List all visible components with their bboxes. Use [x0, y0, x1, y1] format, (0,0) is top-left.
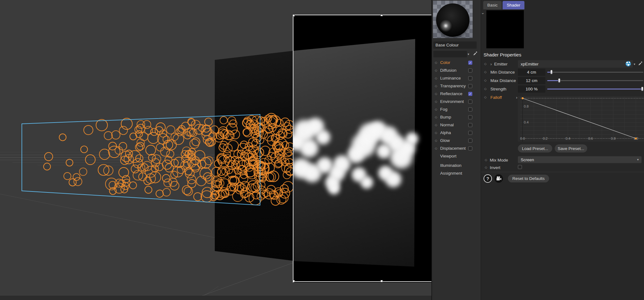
channel-checkbox[interactable]: ✓ — [468, 60, 472, 65]
channel-row-illumination[interactable]: Illumination — [432, 162, 481, 169]
render-region-handle-mid-left[interactable] — [293, 148, 294, 150]
curve-control-point[interactable] — [522, 97, 524, 99]
expand-arrow-icon[interactable]: › — [516, 95, 517, 100]
reset-to-defaults-button[interactable]: Reset to Defaults — [508, 175, 549, 182]
diamond-icon: ◇ — [484, 87, 487, 90]
emitter-link-value: xpEmitter — [521, 62, 538, 66]
collapse-chevron-icon[interactable]: › — [481, 13, 485, 14]
channel-checkbox[interactable] — [468, 84, 472, 88]
render-region-border-top[interactable] — [293, 15, 431, 15]
curve-control-point[interactable] — [635, 138, 637, 139]
viewport-3d[interactable] — [0, 0, 431, 300]
render-region-handle-top-mid[interactable] — [381, 15, 383, 16]
channel-checkbox[interactable] — [468, 115, 472, 119]
strength-slider-knob[interactable] — [641, 87, 643, 91]
mix-mode-value: Screen — [521, 157, 534, 162]
diamond-icon: ◇ — [435, 84, 440, 88]
channel-checkbox[interactable] — [468, 107, 472, 111]
channel-row-displacement[interactable]: ◇Displacement — [432, 144, 481, 152]
channel-row-environment[interactable]: ◇Environment — [432, 98, 481, 105]
channel-row-fog[interactable]: ◇Fog — [432, 105, 481, 113]
min-distance-value: 4 cm — [527, 70, 536, 75]
diamond-icon: ◇ — [435, 100, 440, 103]
material-preview-sphere — [436, 3, 469, 37]
diamond-icon: ◇ — [435, 61, 440, 64]
svg-text:0.8: 0.8 — [611, 137, 616, 140]
channel-row-alpha[interactable]: ◇Alpha — [432, 129, 481, 137]
svg-text:0.2: 0.2 — [543, 137, 548, 140]
attribute-manager-panel: Basic Shader › Shader Properties ◇ › Emi… — [481, 0, 644, 300]
channel-row-glow[interactable]: ◇Glow — [432, 137, 481, 144]
render-region-border-bottom[interactable] — [293, 281, 431, 282]
emitter-row-label: Emitter — [494, 62, 508, 66]
emitter-link-field[interactable]: xpEmitter — [518, 60, 633, 68]
channel-label: Alpha — [440, 130, 451, 135]
channel-row-assignment[interactable]: Assignment — [432, 169, 481, 177]
channel-checkbox[interactable] — [468, 68, 472, 72]
channel-label: Transparency — [440, 84, 466, 88]
min-distance-slider[interactable] — [547, 70, 643, 74]
eyedropper-icon[interactable] — [638, 61, 643, 66]
channel-row-bump[interactable]: ◇Bump — [432, 113, 481, 121]
shader-preview-swatch[interactable] — [486, 10, 524, 48]
material-name-field[interactable]: Base Colour — [433, 41, 477, 49]
max-distance-label: Max Distance — [490, 78, 516, 83]
channel-checkbox[interactable] — [468, 131, 472, 135]
max-distance-value-field[interactable]: 12 cm — [518, 77, 545, 84]
svg-text:0.6: 0.6 — [588, 137, 593, 140]
falloff-label: Falloff — [490, 95, 502, 100]
channel-row-viewport[interactable]: Viewport — [432, 152, 481, 160]
channel-row-color[interactable]: ◇Color✓ — [432, 59, 481, 66]
invert-checkbox[interactable] — [518, 165, 522, 169]
min-distance-value-field[interactable]: 4 cm — [518, 69, 545, 76]
mix-mode-dropdown[interactable]: Screen — [518, 156, 642, 163]
channel-label: Fog — [440, 107, 447, 112]
channel-row-luminance[interactable]: ◇Luminance — [432, 74, 481, 82]
tab-shader[interactable]: Shader — [503, 1, 524, 9]
render-region-handle-bottom-mid[interactable] — [381, 280, 383, 282]
svg-text:0.4: 0.4 — [566, 137, 570, 140]
material-preview-thumbnail[interactable] — [433, 1, 473, 38]
channel-checkbox[interactable] — [468, 99, 472, 104]
strength-slider[interactable] — [547, 87, 643, 91]
colour-preset-combo[interactable] — [433, 51, 467, 57]
eyedropper-icon[interactable] — [473, 51, 478, 56]
expand-arrow-icon[interactable]: › — [490, 62, 492, 66]
svg-text:0.0: 0.0 — [520, 137, 525, 140]
chevron-down-icon[interactable]: ▾ — [468, 53, 469, 56]
video-camera-icon[interactable] — [494, 174, 503, 183]
diamond-icon: ◇ — [435, 108, 440, 111]
channel-checkbox[interactable]: ✓ — [468, 92, 472, 96]
channel-checkbox[interactable] — [468, 76, 472, 80]
render-region-handle-bottom-left[interactable] — [293, 280, 295, 282]
falloff-curve-editor[interactable]: 0.40.80.00.20.40.60.81.0 — [518, 96, 644, 142]
min-distance-slider-knob[interactable] — [550, 70, 553, 74]
slider-track[interactable] — [547, 80, 643, 81]
channel-label: Normal — [440, 123, 454, 127]
max-distance-slider[interactable] — [547, 78, 643, 83]
channel-checkbox[interactable] — [468, 138, 472, 143]
material-editor-column: Base Colour ▾ ◇Color✓◇Diffusion◇Luminanc… — [431, 0, 481, 300]
cinema4d-material-shader-window: Base Colour ▾ ◇Color✓◇Diffusion◇Luminanc… — [0, 0, 644, 300]
strength-value-field[interactable]: 100 % — [518, 85, 545, 93]
strength-label: Strength — [490, 87, 506, 91]
load-preset-button[interactable]: Load Preset... — [518, 144, 552, 152]
channel-label: Environment — [440, 99, 464, 104]
channel-checkbox[interactable] — [468, 146, 472, 150]
chevron-down-icon[interactable]: ▾ — [634, 63, 635, 66]
tab-basic[interactable]: Basic — [483, 1, 502, 9]
channel-row-normal[interactable]: ◇Normal — [432, 121, 481, 129]
channel-row-diffusion[interactable]: ◇Diffusion — [432, 66, 481, 74]
max-distance-slider-knob[interactable] — [558, 78, 560, 83]
help-icon[interactable]: ? — [484, 174, 492, 183]
slider-track[interactable] — [547, 72, 643, 73]
channel-row-transparency[interactable]: ◇Transparency — [432, 82, 481, 90]
channel-label: Color — [440, 60, 450, 65]
save-preset-button[interactable]: Save Preset... — [555, 144, 587, 152]
render-region-handle-top-left[interactable] — [293, 15, 295, 17]
channel-row-reflectance[interactable]: ◇Reflectance✓ — [432, 90, 481, 98]
interactive-render-region[interactable] — [293, 15, 431, 283]
chevron-down-icon[interactable]: ▾ — [637, 158, 639, 161]
channel-label: Luminance — [440, 76, 461, 80]
channel-checkbox[interactable] — [468, 123, 472, 127]
